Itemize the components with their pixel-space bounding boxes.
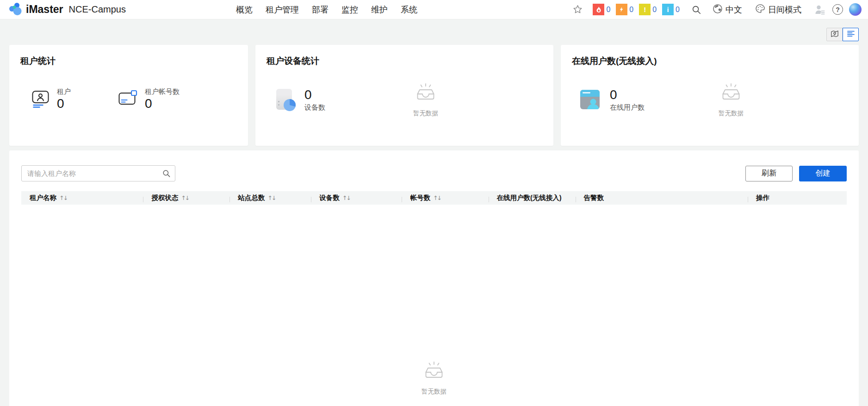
tenant-statistics-card: 租户统计 租户 0 [9,45,248,146]
col-label: 站点总数 [238,194,265,202]
palette-icon [755,3,766,16]
theme-mode-label: 日间模式 [768,4,801,15]
nav-tenant-management[interactable]: 租户管理 [266,4,299,15]
help-icon[interactable]: ? [832,4,843,15]
list-view-button[interactable] [843,28,859,41]
nav-system[interactable]: 系统 [401,4,417,15]
col-label: 在线用户数(无线接入) [497,194,562,202]
card-title: 在线用户数(无线接入) [572,55,848,67]
critical-alarm-count: 0 [606,6,610,14]
device-statistics-card: 租户设备统计 [255,45,553,146]
user-avatar[interactable] [849,3,862,16]
sort-icon[interactable]: ↑↓ [342,194,350,201]
col-label: 授权状态 [151,194,178,202]
stat-value: 0 [610,88,645,101]
major-alarm-count: 0 [629,6,633,14]
device-icon [272,87,297,114]
stat-value: 0 [57,96,71,111]
table-header: 租户名称 ↑↓ 授权状态 ↑↓ 站点总数 ↑↓ 设备数 ↑↓ 帐号数 ↑↓ 在线… [21,191,847,205]
stat-label: 租户帐号数 [145,87,180,96]
col-license-status: 授权状态 ↑↓ [143,194,229,202]
sort-icon[interactable]: ↑↓ [433,194,441,201]
account-card-icon [117,88,139,111]
nav-deployment[interactable]: 部署 [312,4,329,15]
tenant-count-stat: 租户 0 [30,87,71,111]
tenant-search-input[interactable] [21,165,175,181]
main-nav: 概览 租户管理 部署 监控 维护 系统 [236,4,417,15]
col-label: 设备数 [319,194,340,202]
language-switcher[interactable]: 中文 [712,3,742,16]
view-toggle [9,19,859,41]
col-label: 告警数 [584,194,604,202]
language-label: 中文 [725,4,742,15]
stat-label: 租户 [57,87,71,96]
stat-label: 设备数 [304,103,325,112]
major-alarm-item[interactable]: 0 [616,4,633,15]
theme-mode-switcher[interactable]: 日间模式 [755,3,801,16]
card-title: 租户统计 [20,55,237,67]
device-chart-empty: 暂无数据 [413,83,438,118]
tenant-table-panel: 刷新 创建 租户名称 ↑↓ 授权状态 ↑↓ 站点总数 ↑↓ 设备数 ↑↓ 帐号 [9,150,859,406]
empty-text: 暂无数据 [413,109,438,118]
major-alarm-icon [616,4,627,15]
critical-alarm-icon [593,4,604,15]
info-alarm-item[interactable]: i 0 [662,4,680,15]
col-label: 租户名称 [30,194,56,202]
tenant-icon [30,88,51,111]
online-users-icon [577,87,602,114]
device-count-stat: 0 设备数 [272,87,325,114]
col-alarm-count: 告警数 [576,194,748,202]
stat-value: 0 [145,96,180,111]
empty-inbox-icon [720,83,742,105]
create-button[interactable]: 创建 [799,166,847,181]
minor-alarm-icon: ! [639,4,651,15]
tenant-account-stat: 租户帐号数 0 [117,87,180,111]
sort-icon[interactable]: ↑↓ [181,194,189,201]
col-label: 帐号数 [410,194,430,202]
info-alarm-count: 0 [676,6,680,14]
col-online-users: 在线用户数(无线接入) [489,194,576,202]
online-users-card: 在线用户数(无线接入) [561,45,859,146]
top-navbar: iMaster NCE-Campus 概览 租户管理 部署 监控 维护 系统 0 [0,0,868,19]
page-content: 租户统计 租户 0 [0,19,868,406]
nav-overview[interactable]: 概览 [236,4,253,15]
stat-label: 在线用户数 [610,103,645,112]
summary-cards: 租户统计 租户 0 [9,45,859,146]
empty-text: 暂无数据 [422,387,446,396]
critical-alarm-item[interactable]: 0 [593,4,610,15]
online-users-stat: 0 在线用户数 [577,87,645,114]
search-submit-icon[interactable] [162,169,171,180]
empty-text: 暂无数据 [719,109,744,118]
col-tenant-name: 租户名称 ↑↓ [21,194,143,202]
logo-title: iMaster [26,3,63,16]
favorite-star-icon[interactable] [572,4,583,15]
minor-alarm-count: 0 [652,6,657,14]
empty-inbox-icon [423,361,445,383]
col-device-count: 设备数 ↑↓ [311,194,402,202]
col-operation: 操作 [748,194,847,202]
refresh-button[interactable]: 刷新 [745,166,793,181]
sort-icon[interactable]: ↑↓ [267,194,275,201]
search-icon[interactable] [691,5,701,15]
empty-inbox-icon [415,83,437,105]
col-label: 操作 [756,194,769,202]
logo-icon [8,2,22,18]
stat-value: 0 [304,88,325,101]
tenant-user-icon[interactable] [814,4,826,15]
online-chart-empty: 暂无数据 [719,83,744,118]
list-icon [847,31,855,39]
logo-subtitle: NCE-Campus [69,4,126,15]
sort-icon[interactable]: ↑↓ [59,194,67,201]
col-site-total: 站点总数 ↑↓ [229,194,311,202]
tenant-search [21,165,175,181]
globe-icon [712,3,723,16]
nav-monitoring[interactable]: 监控 [341,4,358,15]
info-alarm-icon: i [662,4,674,15]
card-title: 租户设备统计 [267,55,542,67]
minor-alarm-item[interactable]: ! 0 [639,4,657,15]
alarm-summary: 0 0 ! 0 i 0 [593,4,680,15]
app-logo[interactable]: iMaster NCE-Campus [8,2,126,18]
map-view-button[interactable] [826,28,843,41]
nav-maintenance[interactable]: 维护 [371,4,388,15]
map-icon [831,30,839,39]
